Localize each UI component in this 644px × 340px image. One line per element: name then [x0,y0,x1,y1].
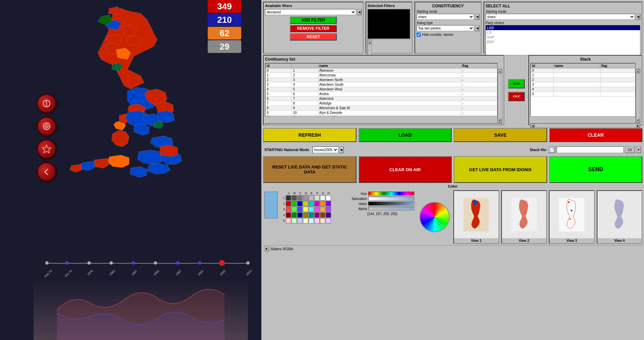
table-row[interactable]: 67Aldershot- [266,96,497,101]
color-cell-4h[interactable] [326,212,331,218]
table-row[interactable]: 1011Amber Valley- [266,115,497,117]
color-cell-4g[interactable] [320,212,325,218]
color-cell-2b[interactable] [292,201,297,206]
table-row[interactable]: 34Aberdeen South- [266,82,497,87]
view-4-thumbnail[interactable]: View 4 [597,190,643,244]
clear-button[interactable]: CLEAR [549,128,643,142]
color-cell-4e[interactable] [309,212,314,218]
filter-dropdown[interactable]: declared [265,9,356,15]
scroll-up-arrow[interactable]: ▲ [368,40,372,44]
side-button-1[interactable] [37,94,56,113]
send-button[interactable]: SEND [549,156,643,183]
national-mode-arrow[interactable]: ◀ [339,146,344,153]
color-cell-3e[interactable] [309,207,314,212]
load-button[interactable]: LOAD [359,128,452,142]
view-2-thumbnail[interactable]: View 2 [501,190,547,244]
stack-row[interactable]: 5 [531,92,635,96]
color-cell-1a[interactable] [286,195,291,201]
color-wheel[interactable] [420,202,450,232]
view-1-thumbnail[interactable]: View 1 [453,190,499,244]
color-cell-4f[interactable] [314,212,320,218]
stack-row[interactable]: 4 [531,87,635,92]
table-row[interactable]: 01Aberavon- [266,68,497,73]
saturation-slider[interactable] [368,197,414,201]
starting-mode-arrow[interactable]: ◀ [475,14,479,20]
color-cell-3g[interactable] [320,207,325,212]
color-cell-5b[interactable] [292,218,297,223]
value-slider[interactable] [368,202,414,206]
color-cell-4c[interactable] [297,212,303,218]
timeline-dot-7[interactable] [198,261,201,265]
const-scroll-down[interactable]: ▼ [498,118,502,122]
color-cell-2g[interactable] [320,201,325,206]
stack-row[interactable]: 3 [531,82,635,87]
table-row[interactable]: 78Aldridge- [266,101,497,106]
constituency-scrollbar[interactable]: ▲ ▼ [498,69,502,123]
clr-button[interactable]: Clr [625,146,635,153]
timeline-dot-9[interactable] [246,261,250,265]
party-item-lab[interactable]: LAB [486,25,640,30]
color-cell-5f[interactable] [314,218,320,223]
color-cell-3d[interactable] [303,207,308,212]
side-button-3[interactable] [37,139,56,159]
party-item-ld[interactable]: LD [486,30,640,35]
filter-dropdown-arrow[interactable]: ◀ [357,9,362,15]
timeline-dot-3[interactable] [110,261,113,265]
color-cell-3a[interactable] [286,207,291,212]
party-item-snp[interactable]: SNP [486,35,640,40]
table-row[interactable]: 910Alyn & Deeside- [266,111,497,115]
hue-slider[interactable] [368,192,414,196]
timeline-dot-6[interactable] [176,261,179,265]
color-cell-5g[interactable] [320,218,325,223]
color-cell-4d[interactable] [303,212,308,218]
stack-row[interactable]: 0 [531,68,635,73]
const-scroll-up[interactable]: ▲ [498,69,502,73]
timeline-dot-1[interactable] [65,261,69,265]
color-cell-3h[interactable] [326,207,331,212]
color-cell-4b[interactable] [292,212,297,218]
color-cell-2f[interactable] [314,201,320,206]
national-mode-select[interactable]: house2005 [313,146,338,153]
const-hscrollbar[interactable]: ◀ ▶ [265,123,502,125]
color-cell-5h[interactable] [326,218,331,223]
color-cell-2a[interactable] [286,201,291,206]
clear-on-air-button[interactable]: CLEAR ON AIR [359,156,452,183]
color-cell-1b[interactable] [292,195,297,201]
table-row[interactable]: 89Altrincham & Sale W- [266,106,497,111]
color-wheel-cursor[interactable] [438,222,440,224]
transfer-back-button[interactable]: <<< [508,92,525,101]
color-cell-2d[interactable] [303,201,308,206]
color-cell-1c[interactable] [297,195,303,201]
swing-type-arrow[interactable]: ◀ [475,25,479,31]
color-cell-2e[interactable] [309,201,314,206]
color-cell-5e[interactable] [309,218,314,223]
const-scroll-left[interactable]: ◀ [265,124,269,125]
view-3-thumbnail[interactable]: View 3 [549,190,595,244]
color-cell-1e[interactable] [309,195,314,201]
bottom-left-arrow[interactable]: ▶ [264,247,269,251]
timeline-dot-5[interactable] [154,261,157,265]
color-cell-5a[interactable] [286,218,291,223]
party-item-bnp[interactable]: BNP [486,40,640,44]
party-list[interactable]: LAB LD SNP BNP [486,25,640,55]
stack-table-container[interactable]: id name flag 0 1 2 3 4 5 [530,63,636,117]
timeline-dot-4[interactable] [132,261,135,265]
stack-file-input[interactable] [557,146,624,153]
stack-scroll-up[interactable]: ▲ [636,69,640,73]
timeline-dot-0[interactable] [45,261,49,265]
selected-filters-list[interactable] [368,9,410,39]
table-row[interactable]: 23Aberdeen North- [266,78,497,82]
stack-scrollbar[interactable]: ▲ ▼ [636,69,640,123]
file-arrow[interactable]: ▼ [636,146,641,153]
color-cell-3c[interactable] [297,207,303,212]
table-row[interactable]: 45Aberdeen West- [266,87,497,92]
stack-row[interactable]: 2 [531,78,635,82]
swing-type-select[interactable]: Top two parties [416,25,474,31]
color-cell-2c[interactable] [297,201,303,206]
remove-filter-button[interactable]: REMOVE FILTER [290,25,337,32]
table-row[interactable]: 56Airdrie- [266,92,497,96]
side-button-2[interactable] [37,117,56,136]
reset-filter-button[interactable]: RESET [290,33,337,41]
stack-file-icon[interactable]: 📄 [549,146,555,153]
color-cell-5d[interactable] [303,218,308,223]
